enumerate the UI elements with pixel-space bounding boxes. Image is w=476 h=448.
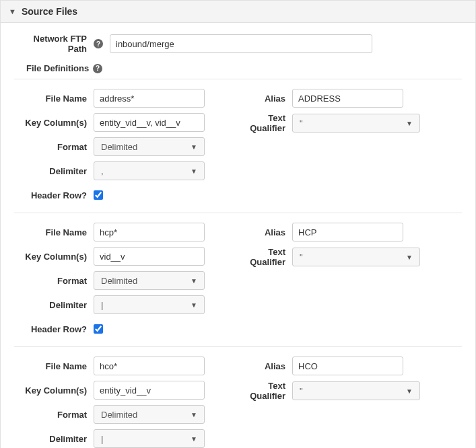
key-columns-input[interactable] [94,247,205,266]
help-icon[interactable]: ? [93,64,102,73]
chevron-down-icon: ▼ [406,120,413,127]
text-qualifier-select[interactable]: "▼ [292,381,420,400]
chevron-down-icon: ▼ [191,167,197,175]
alias-input[interactable] [292,223,403,241]
file-name-input[interactable] [94,357,205,375]
delimiter-row: Delimiter|▼ [14,429,205,448]
file-name-label: File Name [14,227,94,237]
delimiter-select[interactable]: ,▼ [94,161,205,180]
file-definition: File NameKey Column(s)FormatDelimited▼De… [14,213,462,344]
text-qualifier-label: Text Qualifier [232,381,292,401]
header-row-label: Header Row? [14,324,94,334]
file-name-input[interactable] [94,223,205,241]
chevron-down-icon: ▼ [191,277,197,285]
header-row-row: Header Row? [14,320,205,338]
format-row: FormatDelimited▼ [14,137,205,156]
format-value: Delimited [101,410,137,420]
delimiter-label: Delimiter [14,300,94,310]
alias-label: Alias [232,361,292,371]
text-qualifier-select[interactable]: "▼ [292,248,420,266]
text-qualifier-value: " [300,252,303,262]
format-select[interactable]: Delimited▼ [94,271,205,290]
text-qualifier-value: " [300,118,303,128]
text-qualifier-row: Text Qualifier"▼ [232,247,420,267]
file-name-row: File Name [14,357,205,375]
format-value: Delimited [101,142,137,152]
text-qualifier-row: Text Qualifier"▼ [232,113,420,133]
alias-row: Alias [232,357,420,375]
alias-input[interactable] [292,357,403,375]
file-definitions-header: File Definitions [26,63,89,73]
delimiter-label: Delimiter [14,434,94,444]
format-value: Delimited [101,276,137,286]
chevron-down-icon: ▼ [406,254,413,261]
key-columns-row: Key Column(s) [14,381,205,400]
text-qualifier-row: Text Qualifier"▼ [232,381,420,401]
format-label: Format [14,276,94,286]
alias-row: Alias [232,89,420,108]
delimiter-value: | [101,434,103,444]
header-row-checkbox[interactable] [94,324,103,334]
format-row: FormatDelimited▼ [14,271,205,290]
format-label: Format [14,410,94,420]
file-name-row: File Name [14,89,205,108]
text-qualifier-label: Text Qualifier [232,113,292,133]
key-columns-row: Key Column(s) [14,113,205,132]
key-columns-input[interactable] [94,381,205,400]
chevron-down-icon: ▼ [191,435,197,443]
key-columns-label: Key Column(s) [14,385,94,396]
delimiter-select[interactable]: |▼ [94,295,205,314]
panel-title: Source Files [22,6,77,17]
format-row: FormatDelimited▼ [14,405,205,424]
network-ftp-input[interactable] [110,34,372,53]
delimiter-label: Delimiter [14,166,94,176]
alias-label: Alias [232,94,292,104]
key-columns-row: Key Column(s) [14,247,205,266]
network-ftp-row: Network FTP Path ? [14,34,462,54]
chevron-down-icon: ▼ [406,387,413,395]
header-row-label: Header Row? [14,190,94,200]
format-label: Format [14,142,94,152]
file-name-label: File Name [14,361,94,371]
chevron-down-icon: ▼ [191,411,197,418]
network-ftp-label: Network FTP Path [14,34,94,54]
text-qualifier-select[interactable]: "▼ [292,114,420,133]
format-select[interactable]: Delimited▼ [94,405,205,424]
file-name-input[interactable] [94,89,205,108]
file-definition: File NameKey Column(s)FormatDelimited▼De… [14,346,462,448]
delimiter-row: Delimiter|▼ [14,295,205,314]
panel-header[interactable]: ▼ Source Files [1,1,475,23]
alias-label: Alias [232,227,292,237]
text-qualifier-value: " [300,386,303,396]
chevron-down-icon: ▼ [191,143,197,151]
alias-row: Alias [232,223,420,241]
source-files-panel: ▼ Source Files Network FTP Path ? File D… [0,0,476,448]
header-row-checkbox[interactable] [94,190,103,200]
file-definition: File NameKey Column(s)FormatDelimited▼De… [14,79,462,210]
format-select[interactable]: Delimited▼ [94,137,205,156]
delimiter-value: , [101,166,104,176]
file-definitions-header-row: File Definitions ? [26,63,462,73]
file-name-row: File Name [14,223,205,241]
delimiter-select[interactable]: |▼ [94,429,205,448]
text-qualifier-label: Text Qualifier [232,247,292,267]
delimiter-row: Delimiter,▼ [14,161,205,180]
help-icon[interactable]: ? [94,39,103,48]
chevron-down-icon: ▼ [191,301,197,309]
key-columns-input[interactable] [94,113,205,132]
key-columns-label: Key Column(s) [14,252,94,262]
panel-body: Network FTP Path ? File Definitions ? Fi… [1,23,475,448]
collapse-caret-icon: ▼ [9,7,16,15]
key-columns-label: Key Column(s) [14,118,94,128]
header-row-row: Header Row? [14,186,205,204]
delimiter-value: | [101,300,103,310]
alias-input[interactable] [292,89,403,108]
file-name-label: File Name [14,94,94,104]
